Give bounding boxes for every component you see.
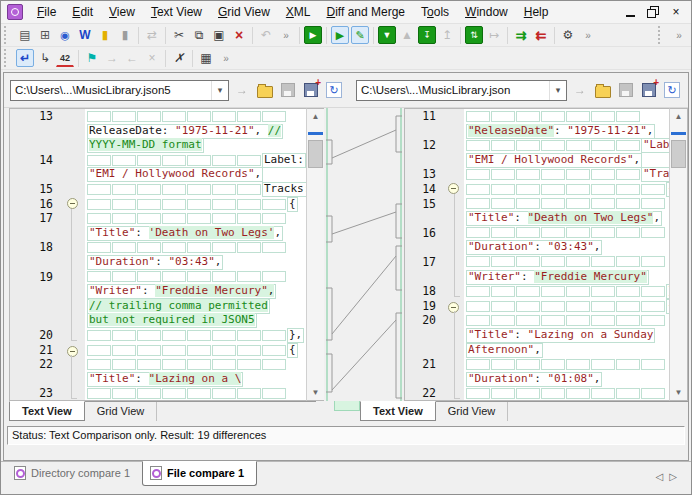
- scroll-down-icon[interactable]: ▼: [307, 385, 324, 400]
- comparison-options-button[interactable]: ⚙: [559, 26, 577, 44]
- menu-window[interactable]: Window: [457, 3, 516, 21]
- new-database-data-comparison-button[interactable]: ▮: [96, 26, 114, 44]
- menu-view[interactable]: View: [101, 3, 143, 21]
- new-word-comparison-button[interactable]: W: [76, 26, 94, 44]
- next-bookmark-button[interactable]: →: [103, 49, 121, 67]
- tab-whitespace-marker: [187, 242, 211, 253]
- last-difference-button[interactable]: ↧: [418, 26, 436, 44]
- fold-collapse-icon[interactable]: [67, 198, 78, 209]
- right-vertical-scrollbar[interactable]: ▲▼: [669, 108, 688, 401]
- scrollbar-thumb[interactable]: [308, 140, 323, 168]
- right-apply-changes-button[interactable]: →: [570, 80, 590, 100]
- line-number: 17: [10, 211, 60, 226]
- toolbar-grip[interactable]: [4, 26, 11, 44]
- left-save-file-button[interactable]: [278, 80, 298, 100]
- cut-button[interactable]: ✂: [170, 26, 188, 44]
- insert-remove-bookmark-button[interactable]: ⚑: [83, 49, 101, 67]
- scroll-up-icon[interactable]: ▲: [307, 109, 324, 124]
- right-tab-text-view[interactable]: Text View: [360, 401, 436, 421]
- copy-left-to-right-button[interactable]: ⇉: [512, 26, 530, 44]
- start-comparison-button[interactable]: ▶: [304, 26, 322, 44]
- file-path-value: C:\Users\...\MusicLibrary.json5: [11, 84, 211, 96]
- left-open-file-button[interactable]: [255, 80, 275, 100]
- combobox-dropdown-icon[interactable]: ▾: [549, 81, 566, 100]
- toolbar-overflow-button-2[interactable]: »: [579, 26, 597, 44]
- previous-bookmark-button[interactable]: ←: [123, 49, 141, 67]
- right-save-file-button[interactable]: [616, 80, 636, 100]
- previous-difference-button[interactable]: ▲: [398, 26, 416, 44]
- right-open-file-button[interactable]: [593, 80, 613, 100]
- undo-button[interactable]: ↶: [257, 26, 275, 44]
- menu-text-view[interactable]: Text View: [143, 3, 210, 21]
- text-view-settings-button[interactable]: ▦: [197, 49, 215, 67]
- paste-button[interactable]: ▣: [210, 26, 228, 44]
- tab-whitespace-marker: [137, 155, 161, 166]
- left-save-file-as-button[interactable]: [301, 80, 321, 100]
- start-editing-button[interactable]: ✎: [351, 26, 369, 44]
- scroll-down-icon[interactable]: ▼: [670, 385, 687, 400]
- left-file-path-combobox[interactable]: C:\Users\...\MusicLibrary.json5▾: [10, 80, 229, 101]
- new-database-schema-comparison-button[interactable]: ▮: [116, 26, 134, 44]
- tab-whitespace-marker: [466, 227, 490, 238]
- right-save-file-as-button[interactable]: [639, 80, 659, 100]
- menu-grid-view[interactable]: Grid View: [210, 3, 278, 21]
- autostart-comparison-button[interactable]: ▶: [331, 26, 349, 44]
- copy-button[interactable]: ⧉: [190, 26, 208, 44]
- left-vertical-scrollbar[interactable]: ▲▼: [306, 108, 325, 401]
- whitespace-markers-button[interactable]: ✗: [170, 49, 188, 67]
- right-editor[interactable]: "ReleaseDate": "1975-11-21","Label":"EMI…: [464, 108, 669, 401]
- first-difference-button[interactable]: ↥: [438, 26, 456, 44]
- next-difference-button[interactable]: ▼: [378, 26, 396, 44]
- toolbar-grip[interactable]: [658, 26, 665, 44]
- close-icon[interactable]: ×: [669, 6, 683, 19]
- tab-whitespace-marker: [212, 213, 236, 224]
- toolbar-overflow-button-4[interactable]: »: [217, 49, 235, 67]
- right-tab-grid-view[interactable]: Grid View: [436, 402, 508, 421]
- menu-xml[interactable]: XML: [278, 3, 319, 21]
- swap-panes-button[interactable]: ⇄: [143, 26, 161, 44]
- scrollbar-thumb[interactable]: [671, 140, 686, 168]
- line-number: 22: [10, 357, 60, 372]
- new-directory-comparison-button[interactable]: ⊞: [36, 26, 54, 44]
- tab-whitespace-marker: [566, 140, 590, 151]
- left-tab-text-view[interactable]: Text View: [9, 401, 85, 421]
- toolbar-grip[interactable]: [4, 49, 11, 67]
- tab-whitespace-marker: [491, 286, 515, 297]
- left-tab-grid-view[interactable]: Grid View: [85, 402, 157, 421]
- pretty-print-button[interactable]: ↳: [36, 49, 54, 67]
- go-to-line-button[interactable]: 42: [56, 49, 74, 67]
- go-to-difference-button[interactable]: ↦: [485, 26, 503, 44]
- menu-diff-and-merge[interactable]: Diff and Merge: [319, 3, 414, 21]
- left-view-tab-group: Text ViewGrid View: [9, 401, 316, 421]
- menu-file[interactable]: File: [29, 3, 64, 21]
- show-current-difference-button[interactable]: ⇅: [465, 26, 483, 44]
- toolbar-overflow-button[interactable]: »: [277, 26, 295, 44]
- restore-icon[interactable]: [648, 8, 657, 17]
- remove-all-bookmarks-button[interactable]: ×: [143, 49, 161, 67]
- word-wrap-button[interactable]: ↵: [16, 49, 34, 67]
- document-tab-file-compare-1[interactable]: File compare 1: [142, 461, 257, 486]
- minimize-icon[interactable]: [626, 7, 635, 17]
- combobox-dropdown-icon[interactable]: ▾: [211, 81, 228, 100]
- right-file-path-combobox[interactable]: C:\Users\...\MusicLibrary.json▾: [356, 80, 567, 101]
- menu-tools[interactable]: Tools: [413, 3, 457, 21]
- menu-edit[interactable]: Edit: [64, 3, 101, 21]
- left-editor[interactable]: ReleaseDate: "1975-11-21", //YYYY-MM-DD …: [85, 108, 306, 401]
- delete-button[interactable]: ×: [230, 26, 248, 44]
- left-apply-changes-button[interactable]: →: [232, 80, 252, 100]
- menu-help[interactable]: Help: [516, 3, 557, 21]
- string-token: 'Death on Two Legs': [149, 226, 275, 239]
- document-tab-directory-compare-1[interactable]: Directory compare 1: [7, 462, 142, 485]
- right-reload-file-button[interactable]: ↻: [662, 80, 682, 100]
- toolbar-overflow-button-3[interactable]: »: [670, 26, 688, 44]
- fold-collapse-icon[interactable]: [448, 183, 459, 194]
- tab-whitespace-marker: [616, 286, 640, 297]
- copy-right-to-left-button[interactable]: ⇇: [532, 26, 550, 44]
- tab-scroll-arrows[interactable]: ◁▷: [656, 471, 683, 482]
- tab-whitespace-marker: [591, 388, 615, 399]
- new-xml-comparison-button[interactable]: ◉: [56, 26, 74, 44]
- left-reload-file-button[interactable]: ↻: [324, 80, 344, 100]
- new-file-comparison-button[interactable]: ▤: [16, 26, 34, 44]
- scroll-up-icon[interactable]: ▲: [670, 109, 687, 124]
- tab-whitespace-marker: [237, 242, 261, 253]
